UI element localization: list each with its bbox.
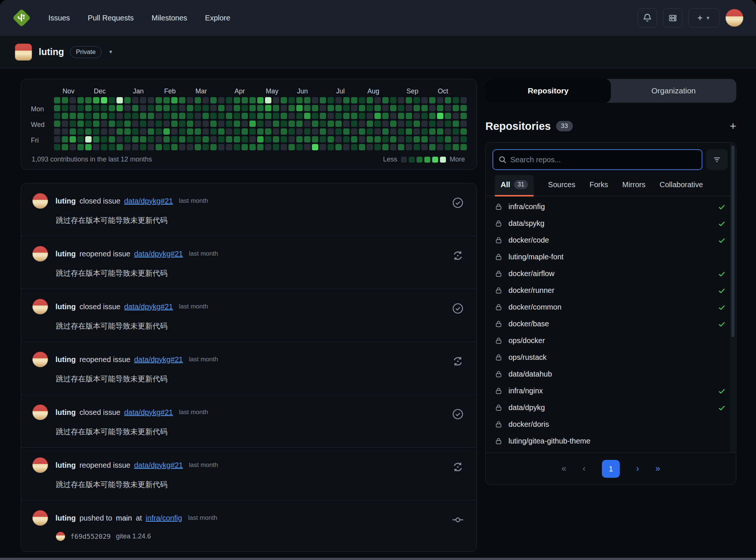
user-avatar[interactable] — [725, 9, 743, 27]
repo-row[interactable]: data/spykg — [486, 215, 736, 232]
repo-row[interactable]: data/datahub — [486, 366, 736, 383]
repo-row[interactable]: ops/docker — [486, 332, 736, 349]
tab-organization[interactable]: Organization — [611, 79, 736, 103]
heatmap-cell — [171, 136, 178, 143]
repo-name-link[interactable]: docker/airflow — [508, 269, 554, 278]
repo-name-link[interactable]: ops/docker — [508, 336, 545, 345]
scrollbar-thumb[interactable] — [731, 145, 734, 337]
repo-row[interactable]: docker/runner — [486, 282, 736, 299]
repo-name-link[interactable]: data/datahub — [508, 370, 552, 378]
heatmap-cell — [460, 97, 467, 103]
actor-avatar[interactable] — [32, 457, 48, 473]
actor-name[interactable]: luting — [55, 408, 76, 417]
nav-link-explore[interactable]: Explore — [205, 14, 230, 22]
pagination-first[interactable]: « — [562, 464, 567, 474]
branch-link[interactable]: main — [116, 514, 132, 522]
heatmap-cell — [218, 128, 224, 135]
issue-repo-link[interactable]: data/dpykg#21 — [134, 355, 183, 364]
pagination-page-1[interactable]: 1 — [602, 460, 620, 478]
feed-action-text: closed issue — [79, 303, 120, 311]
issue-repo-link[interactable]: data/dpykg#21 — [124, 197, 173, 205]
actor-name[interactable]: luting — [55, 303, 76, 311]
heatmap-cell — [210, 144, 217, 150]
actor-avatar[interactable] — [32, 299, 48, 314]
heatmap-cell — [234, 113, 240, 119]
issue-repo-link[interactable]: data/dpykg#21 — [134, 461, 183, 470]
gitea-logo-icon[interactable] — [13, 9, 31, 27]
create-new-button[interactable]: + ▼ — [688, 8, 720, 28]
legend-less-label: Less — [383, 156, 397, 163]
issue-repo-link[interactable]: data/dpykg#21 — [134, 250, 183, 258]
repo-name-link[interactable]: luting/gitea-github-theme — [508, 437, 590, 445]
repo-name-link[interactable]: infra/nginx — [508, 387, 543, 395]
repo-row[interactable]: luting/gitea-github-theme — [486, 433, 736, 449]
heatmap-cell — [249, 121, 256, 127]
actor-name[interactable]: luting — [55, 355, 76, 364]
pagination-last[interactable]: » — [655, 464, 660, 474]
actor-avatar[interactable] — [32, 510, 48, 526]
admin-panel-button[interactable] — [663, 8, 682, 28]
repo-row[interactable]: docker/code — [486, 232, 736, 249]
legend-swatch — [401, 157, 407, 163]
issue-closed-icon — [452, 303, 464, 314]
repo-list-scrollbar[interactable] — [730, 143, 735, 452]
pagination-prev[interactable]: ‹ — [583, 464, 586, 474]
heatmap-cell — [406, 136, 412, 143]
nav-link-issues[interactable]: Issues — [48, 14, 70, 22]
nav-link-milestones[interactable]: Milestones — [151, 14, 187, 22]
repo-row[interactable]: docker/common — [486, 299, 736, 316]
actor-avatar[interactable] — [32, 193, 48, 209]
repo-name-link[interactable]: docker/base — [508, 320, 549, 328]
repo-row[interactable]: docker/base — [486, 316, 736, 332]
actor-name[interactable]: luting — [55, 514, 76, 522]
repo-row[interactable]: luting/maple-font — [486, 249, 736, 265]
repo-name-link[interactable]: infra/config — [508, 202, 545, 211]
actor-avatar[interactable] — [32, 404, 48, 420]
notifications-button[interactable] — [638, 8, 657, 28]
filter-tab-all[interactable]: All31 — [495, 175, 534, 196]
actor-avatar[interactable] — [32, 352, 48, 367]
commit-sha-link[interactable]: f69d552029 — [70, 532, 111, 540]
filter-tab-forks[interactable]: Forks — [590, 175, 608, 196]
repo-name-link[interactable]: docker/doris — [508, 420, 549, 429]
issue-repo-link[interactable]: infra/config — [146, 514, 182, 522]
actor-avatar[interactable] — [32, 246, 48, 262]
actor-name[interactable]: luting — [55, 250, 76, 258]
filter-tab-sources[interactable]: Sources — [548, 175, 575, 196]
repo-row[interactable]: docker/airflow — [486, 265, 736, 282]
heatmap-cell — [460, 144, 467, 150]
issue-repo-link[interactable]: data/dpykg#21 — [124, 408, 173, 417]
actor-name[interactable]: luting — [55, 461, 76, 470]
heatmap-cell — [390, 121, 396, 127]
repo-row[interactable]: infra/config — [486, 198, 736, 215]
filter-tab-mirrors[interactable]: Mirrors — [622, 175, 645, 196]
repo-row[interactable]: data/dpykg — [486, 399, 736, 416]
chevron-down-icon[interactable]: ▼ — [108, 49, 113, 55]
repo-name-link[interactable]: docker/common — [508, 303, 561, 311]
heatmap-cell — [281, 105, 287, 111]
filter-tab-collaborative[interactable]: Collaborative — [660, 175, 703, 196]
repo-name-link[interactable]: docker/code — [508, 236, 549, 244]
heatmap-cell — [124, 136, 131, 143]
heatmap-cell — [296, 128, 303, 135]
repo-row[interactable]: ops/rustack — [486, 349, 736, 366]
repo-name-link[interactable]: ops/rustack — [508, 353, 546, 362]
repo-name-link[interactable]: data/dpykg — [508, 403, 545, 412]
heatmap-cell — [117, 105, 123, 111]
issue-repo-link[interactable]: data/dpykg#21 — [124, 303, 173, 311]
profile-avatar[interactable] — [15, 44, 32, 61]
repo-name-link[interactable]: docker/runner — [508, 286, 554, 295]
heatmap-cell — [460, 113, 467, 119]
tab-repository[interactable]: Repository — [485, 79, 611, 103]
add-repository-button[interactable]: + — [730, 120, 736, 132]
repo-name-link[interactable]: data/spykg — [508, 219, 545, 228]
repo-name-link[interactable]: luting/maple-font — [508, 253, 564, 261]
actor-name[interactable]: luting — [55, 197, 76, 205]
nav-link-pull-requests[interactable]: Pull Requests — [88, 14, 134, 22]
repo-row[interactable]: docker/doris — [486, 416, 736, 433]
repo-search-input[interactable] — [510, 156, 696, 164]
pagination-next[interactable]: › — [636, 464, 639, 474]
repo-row[interactable]: infra/nginx — [486, 383, 736, 399]
filter-button[interactable] — [706, 149, 728, 170]
feed-action-text: closed issue — [79, 408, 120, 417]
